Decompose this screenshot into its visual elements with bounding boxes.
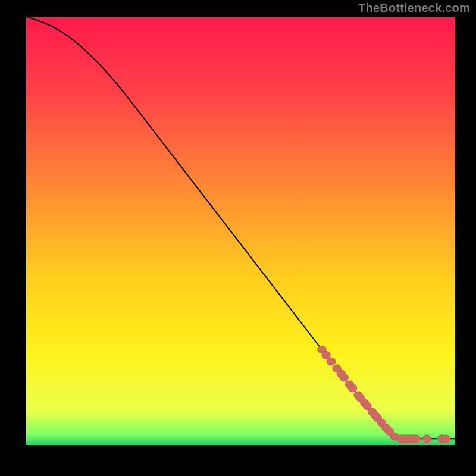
data-marker	[322, 351, 330, 359]
chart-svg	[26, 17, 455, 445]
data-marker	[340, 374, 348, 381]
data-marker	[412, 435, 420, 443]
attribution-label: TheBottleneck.com	[358, 1, 470, 15]
data-marker	[422, 435, 431, 443]
data-marker	[327, 358, 335, 365]
chart-area	[26, 17, 455, 445]
data-marker	[348, 384, 356, 392]
gradient-background	[26, 17, 455, 445]
data-marker	[441, 435, 450, 443]
